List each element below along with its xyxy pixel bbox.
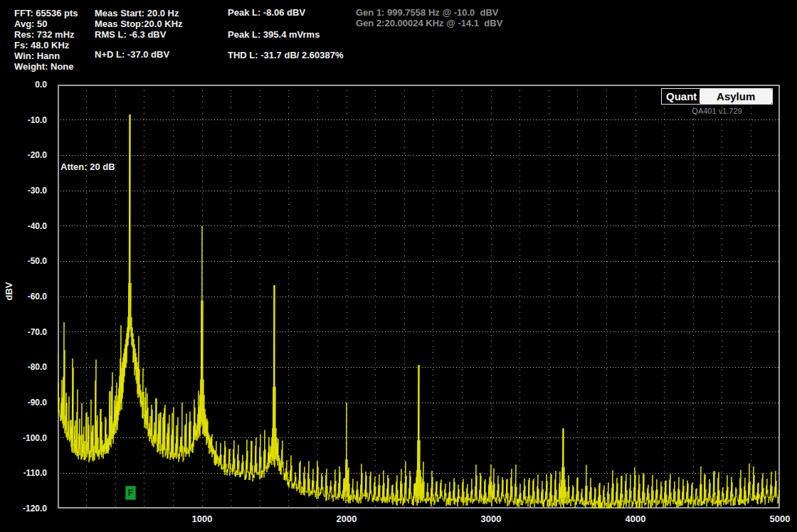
readout-meas-stop: Meas Stop:20.0 KHz: [95, 19, 183, 29]
readout-thd: THD L: -31.7 dB/ 2.60387%: [228, 50, 344, 60]
y-tick-label: -90.0: [1, 398, 47, 408]
readout-nd: N+D L: -37.0 dBV: [95, 50, 169, 60]
readout-gen1: Gen 1: 999.7558 Hz @ -10.0 dBV: [356, 8, 499, 18]
readout-avg: Avg: 50: [14, 19, 47, 29]
spectrum-graph[interactable]: [58, 85, 780, 509]
readout-weight: Weight: None: [14, 62, 74, 72]
x-tick-label: 1000: [181, 514, 223, 524]
x-tick-label: 5000: [759, 514, 797, 524]
x-tick-label: 2000: [325, 514, 368, 524]
y-tick-label: -40.0: [1, 221, 47, 231]
y-tick-label: -110.0: [1, 468, 47, 478]
y-tick-label: -50.0: [1, 256, 47, 266]
x-tick-label: 4000: [614, 514, 657, 524]
logo-asylum-text: Asylum: [700, 89, 772, 104]
qa401-analyzer-screen: { "app": { "logo_left": "Quant", "logo_r…: [0, 0, 797, 532]
fft-trace: [58, 115, 779, 509]
quantasylum-logo: Quant Asylum: [661, 88, 773, 105]
readout-gen2: Gen 2:20.00024 KHz @ -14.1 dBV: [356, 18, 502, 28]
readout-meas-start: Meas Start: 20.0 Hz: [95, 9, 179, 18]
readout-res: Res: 732 mHz: [14, 30, 75, 40]
atten-annotation: Atten: 20 dB: [60, 161, 115, 172]
readout-rms: RMS L: -6.3 dBV: [95, 30, 166, 40]
y-tick-label: -20.0: [1, 150, 47, 160]
fundamental-marker[interactable]: F: [125, 486, 136, 500]
y-tick-label: -70.0: [1, 327, 47, 337]
y-tick-label: -80.0: [1, 362, 47, 372]
readout-fs: Fs: 48.0 KHz: [14, 41, 69, 50]
readout-peak-vrms: Peak L: 395.4 mVrms: [228, 30, 320, 40]
y-tick-label: 0.0: [1, 80, 47, 90]
readout-peak-dbv: Peak L: -8.06 dBV: [228, 8, 305, 18]
y-tick-label: -60.0: [1, 292, 47, 302]
y-tick-label: -100.0: [1, 433, 47, 443]
y-tick-label: -10.0: [1, 115, 47, 125]
logo-quant-text: Quant: [662, 89, 700, 104]
firmware-version-label: QA401 v1.729: [661, 107, 773, 115]
readout-fft: FFT: 65536 pts: [14, 9, 78, 18]
y-tick-label: -120.0: [1, 504, 47, 514]
readout-window: Win: Hann: [14, 51, 60, 61]
x-tick-label: 3000: [470, 514, 512, 524]
y-tick-label: -30.0: [1, 186, 47, 196]
